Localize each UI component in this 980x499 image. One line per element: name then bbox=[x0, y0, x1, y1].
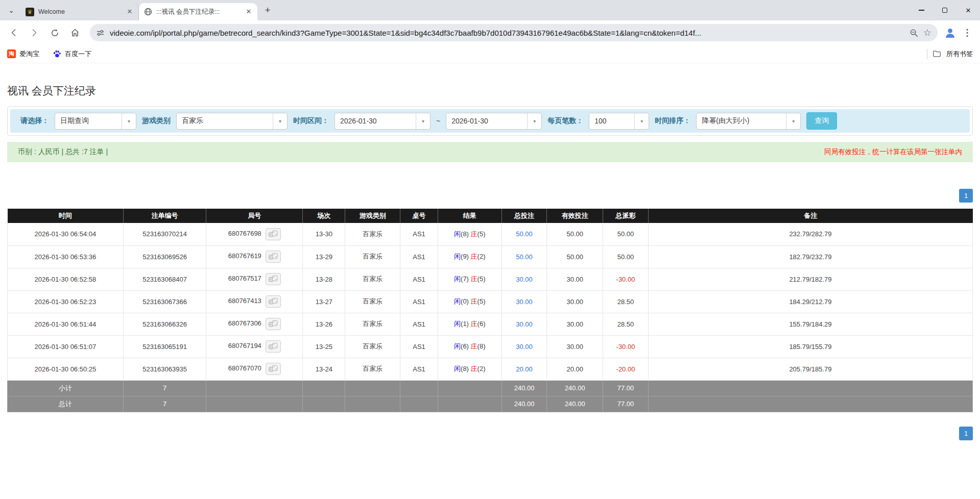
query-type-select[interactable]: 日期查询 ▾ bbox=[55, 113, 136, 130]
new-tab-button[interactable]: + bbox=[260, 3, 275, 17]
cell-table-id: AS1 bbox=[400, 268, 438, 290]
cell-table-id: AS1 bbox=[400, 313, 438, 335]
per-page-select[interactable]: 100 ▾ bbox=[589, 113, 649, 130]
summary-empty-cell bbox=[345, 380, 400, 396]
table-row: 2026-01-30 06:51:44523163066326680767306… bbox=[8, 313, 973, 335]
chevron-down-icon: ▾ bbox=[634, 113, 649, 129]
summary-row: 总计7240.00240.0077.00 bbox=[8, 396, 973, 412]
forward-button[interactable] bbox=[26, 24, 43, 41]
round-detail-button[interactable] bbox=[266, 318, 281, 330]
all-bookmarks-label: 所有书签 bbox=[946, 49, 973, 59]
all-bookmarks[interactable]: 所有书签 bbox=[927, 49, 973, 59]
summary-label: 小计 bbox=[8, 380, 124, 396]
bookmark-taobao[interactable]: 淘 爱淘宝 bbox=[7, 49, 39, 59]
bookmark-baidu[interactable]: 百度一下 bbox=[53, 49, 91, 59]
cell-time: 2026-01-30 06:54:04 bbox=[8, 223, 124, 245]
back-icon bbox=[9, 28, 19, 38]
banker-result: 庄 bbox=[471, 342, 477, 350]
time-range-label: 时间区间： bbox=[293, 116, 329, 126]
address-bar[interactable]: videoie.com/ipl/portal.php/game/betrecor… bbox=[90, 24, 938, 41]
cell-session: 13-30 bbox=[303, 223, 345, 245]
folder-icon bbox=[933, 49, 941, 58]
maximize-button[interactable] bbox=[933, 0, 957, 20]
zoom-icon[interactable] bbox=[910, 29, 918, 37]
back-button[interactable] bbox=[5, 24, 22, 41]
summary-empty-cell bbox=[400, 396, 438, 412]
total-bet-link[interactable]: 30.00 bbox=[516, 320, 533, 328]
browser-menu-icon[interactable]: ⋮ bbox=[960, 27, 975, 38]
cell-valid-bet: 50.00 bbox=[547, 245, 603, 268]
bookmark-star-icon[interactable]: ☆ bbox=[923, 27, 931, 38]
column-header: 桌号 bbox=[400, 209, 438, 223]
summary-total-bet: 240.00 bbox=[501, 396, 547, 412]
total-bet-link[interactable]: 20.00 bbox=[516, 365, 533, 373]
cell-valid-bet: 30.00 bbox=[547, 335, 603, 358]
cell-valid-bet: 30.00 bbox=[547, 290, 603, 313]
page-number-button[interactable]: 1 bbox=[959, 427, 973, 440]
date-to-select[interactable]: 2026-01-30 ▾ bbox=[446, 113, 542, 130]
bookmark-label: 百度一下 bbox=[65, 49, 91, 59]
summary-empty-cell bbox=[345, 396, 400, 412]
round-detail-button[interactable] bbox=[266, 228, 281, 240]
close-window-button[interactable]: ✕ bbox=[957, 0, 980, 20]
cell-game-type: 百家乐 bbox=[345, 313, 400, 335]
close-icon: ✕ bbox=[966, 7, 971, 14]
home-button[interactable] bbox=[66, 24, 84, 41]
total-bet-link[interactable]: 50.00 bbox=[516, 253, 533, 261]
cell-valid-bet: 30.00 bbox=[547, 268, 603, 290]
cell-result: 闲(8) 庄(2) bbox=[438, 358, 501, 380]
tab-welcome[interactable]: ♛ Welcome ✕ bbox=[20, 3, 139, 20]
cell-payout: 50.00 bbox=[603, 223, 649, 245]
cell-payout: -30.00 bbox=[603, 268, 649, 290]
url-text[interactable]: videoie.com/ipl/portal.php/game/betrecor… bbox=[110, 29, 904, 37]
maximize-icon bbox=[942, 8, 947, 13]
cell-table-id: AS1 bbox=[400, 223, 438, 245]
cell-bet-id: 523163069526 bbox=[123, 245, 206, 268]
page-number-button[interactable]: 1 bbox=[959, 189, 973, 203]
summary-payout: 77.00 bbox=[603, 380, 649, 396]
round-detail-button[interactable] bbox=[266, 295, 281, 308]
date-from-select[interactable]: 2026-01-30 ▾ bbox=[334, 113, 431, 130]
bookmarks-bar: 淘 爱淘宝 百度一下 所有书签 bbox=[0, 45, 980, 63]
cell-table-id: AS1 bbox=[400, 358, 438, 380]
site-info-icon[interactable] bbox=[96, 29, 105, 37]
total-bet-link[interactable]: 50.00 bbox=[516, 230, 533, 238]
profile-avatar[interactable] bbox=[944, 27, 957, 39]
total-bet-link[interactable]: 30.00 bbox=[516, 343, 533, 351]
round-detail-button[interactable] bbox=[266, 273, 281, 285]
round-detail-button[interactable] bbox=[266, 251, 281, 263]
reload-button[interactable] bbox=[46, 24, 63, 41]
close-tab-icon[interactable]: ✕ bbox=[244, 7, 253, 16]
cell-bet-id: 523163063935 bbox=[123, 358, 206, 380]
chevron-down-icon: ▾ bbox=[416, 113, 430, 129]
chevron-down-icon: ▾ bbox=[527, 113, 541, 129]
browser-window: ⌄ ♛ Welcome ✕ :::视讯 会员下注纪录::: ✕ + ✕ bbox=[0, 0, 980, 63]
game-type-select[interactable]: 百家乐 ▾ bbox=[176, 113, 288, 130]
cell-note: 212.79/182.79 bbox=[648, 268, 972, 290]
cell-payout: 28.50 bbox=[603, 313, 649, 335]
filter-bar: 请选择： 日期查询 ▾ 游戏类别 百家乐 ▾ 时间区间： 2026-01-30 … bbox=[10, 109, 970, 133]
round-detail-button[interactable] bbox=[266, 340, 281, 353]
cell-session: 13-24 bbox=[303, 358, 345, 380]
cell-round-id: 680767517 bbox=[206, 268, 303, 290]
dice-icon bbox=[268, 230, 278, 238]
total-bet-link[interactable]: 30.00 bbox=[516, 276, 533, 283]
minimize-button[interactable] bbox=[910, 0, 933, 20]
cell-round-id: 680767619 bbox=[206, 245, 303, 268]
column-header: 游戏类别 bbox=[345, 209, 400, 223]
chevron-down-icon: ▾ bbox=[273, 113, 287, 129]
bet-record-page: 视讯 会员下注纪录 请选择： 日期查询 ▾ 游戏类别 百家乐 ▾ 时间区间： 2… bbox=[0, 84, 980, 456]
bet-record-table: 时间注单编号局号场次游戏类别桌号结果总投注有效投注总派彩备注 2026-01-3… bbox=[7, 209, 973, 412]
cell-bet-id: 523163066326 bbox=[123, 313, 206, 335]
cell-game-type: 百家乐 bbox=[345, 223, 400, 245]
pagination-bottom: 1 bbox=[7, 427, 973, 440]
time-sort-select[interactable]: 降幂(由大到小) ▾ bbox=[696, 113, 801, 130]
table-row: 2026-01-30 06:50:25523163063935680767070… bbox=[8, 358, 973, 380]
tab-betrecord[interactable]: :::视讯 会员下注纪录::: ✕ bbox=[139, 3, 257, 20]
total-bet-link[interactable]: 30.00 bbox=[516, 298, 533, 306]
tab-search-button[interactable]: ⌄ bbox=[4, 3, 18, 17]
round-detail-button[interactable] bbox=[266, 363, 281, 375]
query-button[interactable]: 查询 bbox=[806, 112, 837, 130]
close-tab-icon[interactable]: ✕ bbox=[125, 7, 134, 16]
cell-payout: -20.00 bbox=[603, 358, 649, 380]
